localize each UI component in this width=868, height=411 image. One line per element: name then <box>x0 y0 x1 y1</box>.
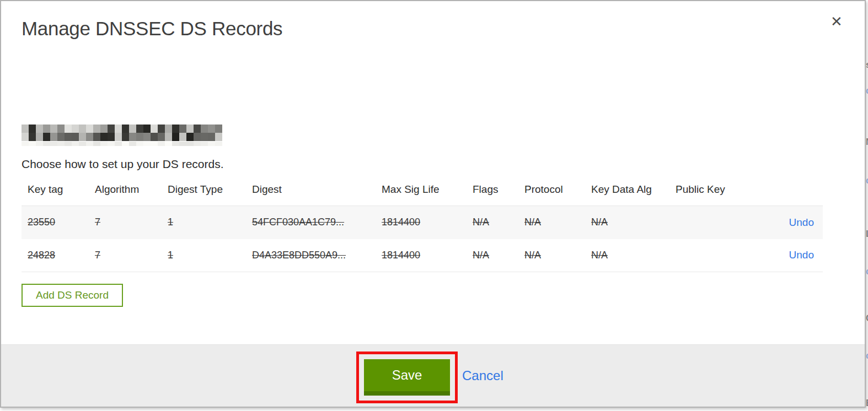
undo-link[interactable]: Undo <box>789 249 814 261</box>
table-header-row: Key tag Algorithm Digest Type Digest Max… <box>22 180 823 206</box>
cell-key-data-alg: N/A <box>591 217 608 228</box>
cell-max-sig-life: 1814400 <box>382 217 420 228</box>
cell-digest: 54FCF030AA1C79... <box>252 217 344 228</box>
background-text-fragment: s <box>866 60 868 71</box>
add-ds-record-button[interactable]: Add DS Record <box>22 284 123 307</box>
cell-digest-type: 1 <box>168 217 173 228</box>
background-text-fragment: d <box>866 350 868 361</box>
col-header-actions <box>768 180 823 206</box>
col-header-max-sig-life: Max Sig Life <box>382 180 473 206</box>
cell-protocol: N/A <box>524 250 541 261</box>
ds-record-row: 24828 7 1 D4A33E8DD550A9... 1814400 N/A … <box>22 239 823 272</box>
save-button[interactable]: Save <box>364 359 450 396</box>
background-text-fragment: d <box>866 266 868 277</box>
annotation-highlight: Save <box>356 351 458 403</box>
manage-dnssec-modal: Manage DNSSEC DS Records ✕ Choose how to… <box>0 0 866 408</box>
background-text-fragment: L <box>866 229 868 240</box>
col-header-flags: Flags <box>473 180 524 206</box>
col-header-key-data-alg: Key Data Alg <box>591 180 676 206</box>
cell-key-data-alg: N/A <box>591 250 608 261</box>
cell-key-tag: 24828 <box>28 250 55 261</box>
close-icon[interactable]: ✕ <box>827 12 846 31</box>
col-header-digest: Digest <box>252 180 382 206</box>
cell-key-tag: 23550 <box>28 217 55 228</box>
background-text-fragment: N <box>866 137 868 148</box>
background-text-fragment: C <box>866 313 868 324</box>
redacted-domain <box>22 125 222 147</box>
cell-max-sig-life: 1814400 <box>382 250 420 261</box>
cancel-link[interactable]: Cancel <box>462 368 503 383</box>
cell-flags: N/A <box>473 250 489 261</box>
col-header-algorithm: Algorithm <box>95 180 168 206</box>
col-header-key-tag: Key tag <box>22 180 95 206</box>
modal-footer: Save Cancel <box>1 344 865 407</box>
background-text-fragment: E <box>866 398 868 409</box>
col-header-digest-type: Digest Type <box>168 180 252 206</box>
cell-protocol: N/A <box>524 217 541 228</box>
background-text-fragment: d <box>866 85 868 96</box>
cell-algorithm: 7 <box>95 250 100 261</box>
col-header-protocol: Protocol <box>524 180 591 206</box>
cell-digest: D4A33E8DD550A9... <box>252 250 346 261</box>
background-text-fragment: d <box>866 175 868 186</box>
cell-flags: N/A <box>473 217 489 228</box>
cell-digest-type: 1 <box>168 250 173 261</box>
subtitle-text: Choose how to set up your DS records. <box>22 158 224 171</box>
cell-algorithm: 7 <box>95 217 100 228</box>
undo-link[interactable]: Undo <box>789 217 814 228</box>
ds-record-row: 23550 7 1 54FCF030AA1C79... 1814400 N/A … <box>22 206 823 239</box>
background-page-strip: sdNdLdCdE <box>866 0 868 411</box>
modal-title: Manage DNSSEC DS Records <box>22 18 282 40</box>
col-header-public-key: Public Key <box>676 180 768 206</box>
ds-records-table: Key tag Algorithm Digest Type Digest Max… <box>22 180 823 272</box>
